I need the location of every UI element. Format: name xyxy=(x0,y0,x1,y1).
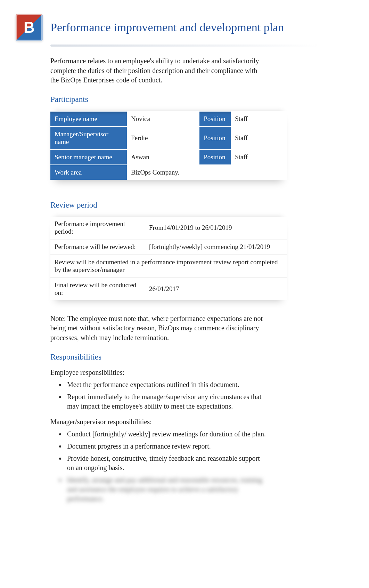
review-label: Performance will be reviewed: xyxy=(50,239,145,255)
intro-paragraph: Performance relates to an employee's abi… xyxy=(50,56,266,85)
list-item: Provide honest, constructive, timely fee… xyxy=(66,454,267,473)
position-value: Staff xyxy=(231,126,287,149)
review-value: [fortnightly/weekly] commencing 21/01/20… xyxy=(145,239,287,255)
participants-table: Employee name Novica Position Staff Mana… xyxy=(50,111,287,180)
table-row: Senior manager name Aswan Position Staff xyxy=(50,149,287,164)
participants-label: Manager/Supervisor name xyxy=(50,126,127,149)
review-value: From14/01/2019 to 26/01/2019 xyxy=(145,217,287,239)
list-item: Document progress in a performance revie… xyxy=(66,442,267,451)
table-row: Final review will be conducted on: 26/01… xyxy=(50,277,287,300)
table-row: Performance will be reviewed: [fortnight… xyxy=(50,239,287,255)
participants-value: Ferdie xyxy=(127,126,199,149)
final-review-label: Final review will be conducted on: xyxy=(50,277,145,300)
section-participants: Participants xyxy=(50,95,319,104)
position-label: Position xyxy=(199,111,231,126)
table-row: Manager/Supervisor name Ferdie Position … xyxy=(50,126,287,149)
employee-resp-list: Meet the performance expectations outlin… xyxy=(50,380,319,411)
position-value: Staff xyxy=(231,149,287,164)
participants-label: Employee name xyxy=(50,111,127,126)
review-full-row: Review will be documented in a performan… xyxy=(50,255,287,277)
list-item: Meet the performance expectations outlin… xyxy=(66,380,267,389)
review-label: Performance improvement period: xyxy=(50,217,145,239)
title-underline xyxy=(50,45,319,47)
position-label: Position xyxy=(199,149,231,164)
table-row: Review will be documented in a performan… xyxy=(50,255,287,277)
review-table: Performance improvement period: From14/0… xyxy=(50,217,287,300)
section-responsibilities: Responsibilities xyxy=(50,353,319,362)
bizops-logo-icon: B xyxy=(16,14,43,41)
work-area-value: BizOps Company. xyxy=(127,164,287,180)
manager-resp-list: Conduct [fortnightly/ weekly] review mee… xyxy=(50,429,319,504)
section-review-period: Review period xyxy=(50,201,319,210)
table-row: Performance improvement period: From14/0… xyxy=(50,217,287,239)
list-item: Conduct [fortnightly/ weekly] review mee… xyxy=(66,429,267,439)
page-title: Performance improvement and development … xyxy=(50,21,319,34)
list-item-blurred: Identify, arrange and pay additional and… xyxy=(66,475,267,504)
list-item: Report immediately to the manager/superv… xyxy=(66,392,267,411)
work-area-label: Work area xyxy=(50,164,127,180)
participants-value: Novica xyxy=(127,111,199,126)
manager-resp-lead: Manager/supervisor responsibilities: xyxy=(50,418,319,426)
note-paragraph: Note: The employee must note that, where… xyxy=(50,314,266,343)
table-row: Employee name Novica Position Staff xyxy=(50,111,287,126)
final-review-value: 26/01/2017 xyxy=(145,277,287,300)
position-value: Staff xyxy=(231,111,287,126)
position-label: Position xyxy=(199,126,231,149)
employee-resp-lead: Employee responsibilities: xyxy=(50,369,319,377)
participants-label: Senior manager name xyxy=(50,149,127,164)
table-row: Work area BizOps Company. xyxy=(50,164,287,180)
participants-value: Aswan xyxy=(127,149,199,164)
